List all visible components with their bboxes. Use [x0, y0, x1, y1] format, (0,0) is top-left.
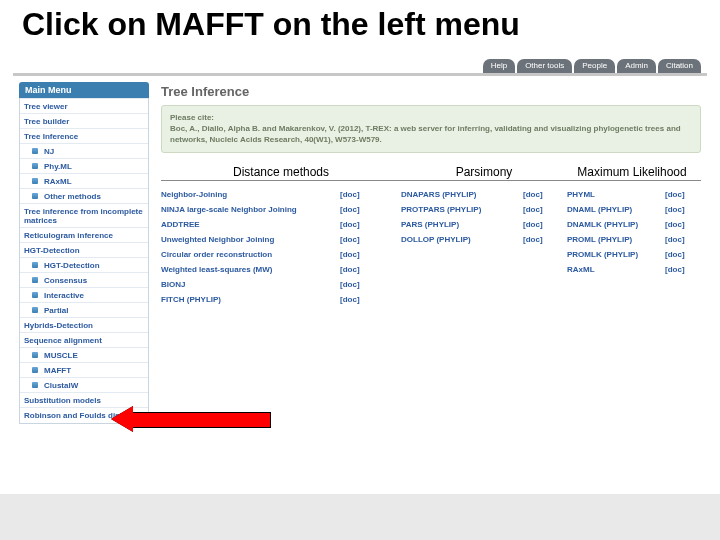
method-link[interactable]: BIONJ	[161, 280, 336, 289]
method-link[interactable]: ADDTREE	[161, 220, 336, 229]
doc-link[interactable]: [doc]	[523, 235, 543, 244]
method-link[interactable]: PHYML	[567, 190, 661, 199]
col-header-parsimony: Parsimony	[401, 165, 567, 179]
sidebar-item-hgt-detection[interactable]: HGT-Detection	[20, 242, 148, 257]
method-link[interactable]: Unweighted Neighbor Joining	[161, 235, 336, 244]
doc-link[interactable]: [doc]	[665, 235, 685, 244]
method-link[interactable]: DOLLOP (PHYLIP)	[401, 235, 519, 244]
doc-link[interactable]: [doc]	[665, 205, 685, 214]
sidebar-header: Main Menu	[19, 82, 149, 98]
sidebar-item-label: Phy.ML	[44, 162, 72, 171]
sidebar-item-raxml[interactable]: RAxML	[20, 173, 148, 188]
cite-lead: Please cite:	[170, 113, 692, 124]
sidebar-item-other-methods[interactable]: Other methods	[20, 188, 148, 203]
method-link[interactable]: FITCH (PHYLIP)	[161, 295, 336, 304]
sidebar-item-muscle[interactable]: MUSCLE	[20, 347, 148, 362]
sidebar-item-label: Consensus	[44, 276, 87, 285]
page-title: Tree Inference	[161, 82, 701, 105]
col-header-distance: Distance methods	[161, 165, 401, 179]
sidebar-menu: Tree viewer Tree builder Tree Inference …	[19, 98, 149, 424]
sidebar-item-label: Sequence alignment	[24, 336, 102, 345]
slide-title: Click on MAFFT on the left menu	[0, 0, 720, 47]
sidebar-item-label: MUSCLE	[44, 351, 78, 360]
doc-link[interactable]: [doc]	[523, 205, 543, 214]
sidebar-item-reticulogram[interactable]: Reticulogram inference	[20, 227, 148, 242]
sidebar-item-phyml[interactable]: Phy.ML	[20, 158, 148, 173]
sidebar-item-label: NJ	[44, 147, 54, 156]
sidebar-item-label: ClustalW	[44, 381, 78, 390]
cite-text: Boc, A., Diallo, Alpha B. and Makarenkov…	[170, 124, 692, 146]
topnav-other-tools[interactable]: Other tools	[517, 59, 572, 73]
sidebar-item-mafft[interactable]: MAFFT	[20, 362, 148, 377]
sidebar-item-hgt-detection-sub[interactable]: HGT-Detection	[20, 257, 148, 272]
sidebar-item-label: Interactive	[44, 291, 84, 300]
method-link[interactable]: NINJA large-scale Neighbor Joining	[161, 205, 336, 214]
top-nav: Help Other tools People Admin Citation	[483, 59, 701, 73]
doc-link[interactable]: [doc]	[340, 250, 360, 259]
method-link[interactable]: PARS (PHYLIP)	[401, 220, 519, 229]
sidebar-item-tree-inference[interactable]: Tree Inference	[20, 128, 148, 143]
sidebar-item-interactive[interactable]: Interactive	[20, 287, 148, 302]
sidebar-item-label: Reticulogram inference	[24, 231, 113, 240]
topnav-admin[interactable]: Admin	[617, 59, 656, 73]
doc-link[interactable]: [doc]	[340, 295, 360, 304]
sidebar-item-label: MAFFT	[44, 366, 71, 375]
doc-link[interactable]: [doc]	[340, 205, 360, 214]
method-link[interactable]: RAxML	[567, 265, 661, 274]
method-link[interactable]: Circular order reconstruction	[161, 250, 336, 259]
doc-link[interactable]: [doc]	[340, 235, 360, 244]
doc-link[interactable]: [doc]	[665, 220, 685, 229]
column-headers: Distance methods Parsimony Maximum Likel…	[161, 165, 701, 179]
method-link[interactable]: Neighbor-Joining	[161, 190, 336, 199]
topnav-citation[interactable]: Citation	[658, 59, 701, 73]
screenshot-frame: Help Other tools People Admin Citation M…	[12, 58, 708, 494]
method-link[interactable]: DNAMLK (PHYLIP)	[567, 220, 661, 229]
sidebar-item-incomplete[interactable]: Tree inference from incomplete matrices	[20, 203, 148, 227]
sidebar-item-label: Substitution models	[24, 396, 101, 405]
topnav-people[interactable]: People	[574, 59, 615, 73]
method-link[interactable]: Weighted least-squares (MW)	[161, 265, 336, 274]
doc-link[interactable]: [doc]	[340, 280, 360, 289]
method-columns: Neighbor-Joining[doc] NINJA large-scale …	[161, 187, 701, 307]
sidebar-item-clustalw[interactable]: ClustalW	[20, 377, 148, 392]
col-distance: Neighbor-Joining[doc] NINJA large-scale …	[161, 187, 391, 307]
sidebar-item-tree-builder[interactable]: Tree builder	[20, 113, 148, 128]
sidebar-item-label: HGT-Detection	[44, 261, 100, 270]
col-parsimony: DNAPARS (PHYLIP)[doc] PROTPARS (PHYLIP)[…	[401, 187, 557, 307]
sidebar-item-nj[interactable]: NJ	[20, 143, 148, 158]
doc-link[interactable]: [doc]	[665, 265, 685, 274]
sidebar-item-label: Tree builder	[24, 117, 69, 126]
sidebar-item-label: Other methods	[44, 192, 101, 201]
sidebar-item-label: Robinson and Foulds distance	[24, 411, 140, 420]
col-ml: PHYML[doc] DNAML (PHYLIP)[doc] DNAMLK (P…	[567, 187, 697, 307]
topnav-help[interactable]: Help	[483, 59, 515, 73]
method-link[interactable]: PROTPARS (PHYLIP)	[401, 205, 519, 214]
sidebar-item-consensus[interactable]: Consensus	[20, 272, 148, 287]
doc-link[interactable]: [doc]	[340, 265, 360, 274]
sidebar: Main Menu Tree viewer Tree builder Tree …	[19, 82, 149, 424]
doc-link[interactable]: [doc]	[665, 190, 685, 199]
sidebar-item-seq-align[interactable]: Sequence alignment	[20, 332, 148, 347]
sidebar-item-label: RAxML	[44, 177, 72, 186]
sidebar-item-rf-distance[interactable]: Robinson and Foulds distance	[20, 407, 148, 422]
sidebar-item-substitution[interactable]: Substitution models	[20, 392, 148, 407]
main-panel: Tree Inference Please cite: Boc, A., Dia…	[161, 82, 701, 493]
doc-link[interactable]: [doc]	[340, 190, 360, 199]
doc-link[interactable]: [doc]	[340, 220, 360, 229]
header-rule	[161, 180, 701, 181]
method-link[interactable]: DNAML (PHYLIP)	[567, 205, 661, 214]
slide-footer	[0, 494, 720, 540]
sidebar-item-hybrids[interactable]: Hybrids-Detection	[20, 317, 148, 332]
sidebar-item-label: Tree Inference	[24, 132, 78, 141]
method-link[interactable]: PROMLK (PHYLIP)	[567, 250, 661, 259]
doc-link[interactable]: [doc]	[523, 190, 543, 199]
method-link[interactable]: PROML (PHYLIP)	[567, 235, 661, 244]
doc-link[interactable]: [doc]	[523, 220, 543, 229]
method-link[interactable]: DNAPARS (PHYLIP)	[401, 190, 519, 199]
doc-link[interactable]: [doc]	[665, 250, 685, 259]
sidebar-item-label: Tree viewer	[24, 102, 68, 111]
col-header-ml: Maximum Likelihood	[567, 165, 697, 179]
sidebar-item-tree-viewer[interactable]: Tree viewer	[20, 98, 148, 113]
sidebar-item-partial[interactable]: Partial	[20, 302, 148, 317]
sidebar-item-label: Partial	[44, 306, 68, 315]
